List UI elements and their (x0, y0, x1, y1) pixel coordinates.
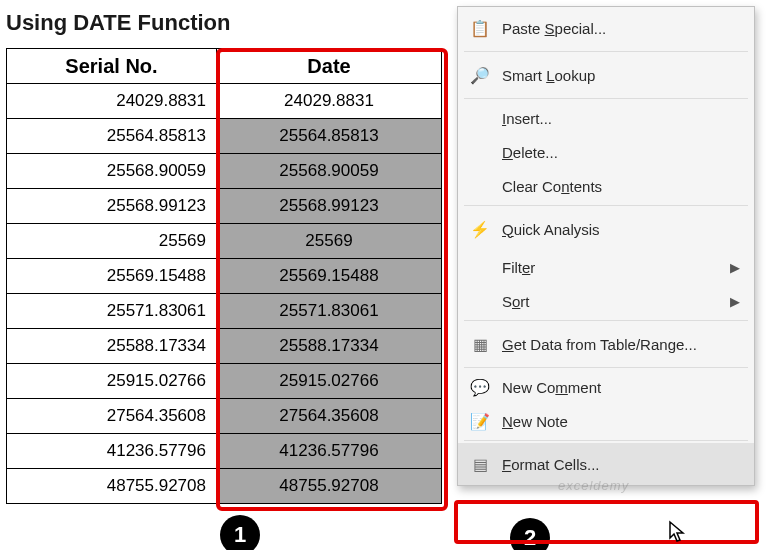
cell-date[interactable]: 41236.57796 (217, 434, 442, 469)
menu-get-data[interactable]: ▦ Get Data from Table/Range... (458, 323, 754, 365)
menu-label: Delete... (502, 144, 558, 161)
cursor-pointer-icon (668, 520, 688, 544)
menu-clear-contents[interactable]: Clear Contents (458, 169, 754, 203)
menu-label: New Comment (502, 379, 601, 396)
menu-separator (464, 51, 748, 52)
header-serial[interactable]: Serial No. (7, 49, 217, 84)
menu-separator (464, 98, 748, 99)
table-row: 25569 25569 (7, 224, 442, 259)
cell-date[interactable]: 25915.02766 (217, 364, 442, 399)
cell-serial[interactable]: 25915.02766 (7, 364, 217, 399)
cell-serial[interactable]: 25564.85813 (7, 119, 217, 154)
table-row: 48755.92708 48755.92708 (7, 469, 442, 504)
cell-date[interactable]: 25569.15488 (217, 259, 442, 294)
cell-serial[interactable]: 24029.8831 (7, 84, 217, 119)
cell-date[interactable]: 25564.85813 (217, 119, 442, 154)
menu-label: Paste Special... (502, 20, 606, 37)
menu-label: Insert... (502, 110, 552, 127)
menu-new-note[interactable]: 📝 New Note (458, 404, 754, 438)
cell-date[interactable]: 24029.8831 (217, 84, 442, 119)
cell-date[interactable]: 25588.17334 (217, 329, 442, 364)
menu-format-cells[interactable]: ▤ Format Cells... (458, 443, 754, 485)
cell-serial[interactable]: 25569.15488 (7, 259, 217, 294)
cell-serial[interactable]: 25568.99123 (7, 189, 217, 224)
table-row: 25571.83061 25571.83061 (7, 294, 442, 329)
comment-icon: 💬 (468, 378, 492, 397)
chevron-right-icon: ▶ (730, 294, 740, 309)
worksheet-table: Serial No. Date 24029.8831 24029.8831 25… (6, 48, 442, 504)
cell-date[interactable]: 25571.83061 (217, 294, 442, 329)
table-row: 25588.17334 25588.17334 (7, 329, 442, 364)
menu-separator (464, 205, 748, 206)
table-row: 25915.02766 25915.02766 (7, 364, 442, 399)
chevron-right-icon: ▶ (730, 260, 740, 275)
step-badge-2: 2 (510, 518, 550, 550)
cell-serial[interactable]: 48755.92708 (7, 469, 217, 504)
menu-sort[interactable]: Sort ▶ (458, 284, 754, 318)
quick-analysis-icon: ⚡ (468, 220, 492, 239)
cell-serial[interactable]: 25588.17334 (7, 329, 217, 364)
menu-separator (464, 440, 748, 441)
cell-serial[interactable]: 27564.35608 (7, 399, 217, 434)
table-row: 24029.8831 24029.8831 (7, 84, 442, 119)
menu-filter[interactable]: Filter ▶ (458, 250, 754, 284)
highlight-format-cells (454, 500, 759, 544)
note-icon: 📝 (468, 412, 492, 431)
menu-label: Smart Lookup (502, 67, 595, 84)
cell-date[interactable]: 25569 (217, 224, 442, 259)
cell-serial[interactable]: 25568.90059 (7, 154, 217, 189)
menu-label: Get Data from Table/Range... (502, 336, 697, 353)
page-title: Using DATE Function (6, 10, 230, 36)
cell-serial[interactable]: 25571.83061 (7, 294, 217, 329)
table-row: 25568.90059 25568.90059 (7, 154, 442, 189)
table-row: 41236.57796 41236.57796 (7, 434, 442, 469)
table-icon: ▦ (468, 335, 492, 354)
menu-insert[interactable]: Insert... (458, 101, 754, 135)
clipboard-icon: 📋 (468, 19, 492, 38)
menu-separator (464, 320, 748, 321)
cell-serial[interactable]: 41236.57796 (7, 434, 217, 469)
menu-label: Sort (502, 293, 530, 310)
step-badge-1: 1 (220, 515, 260, 550)
table-row: 27564.35608 27564.35608 (7, 399, 442, 434)
menu-label: New Note (502, 413, 568, 430)
menu-separator (464, 367, 748, 368)
menu-label: Quick Analysis (502, 221, 600, 238)
menu-label: Filter (502, 259, 535, 276)
table-row: 25564.85813 25564.85813 (7, 119, 442, 154)
table-row: 25569.15488 25569.15488 (7, 259, 442, 294)
search-icon: 🔎 (468, 66, 492, 85)
menu-delete[interactable]: Delete... (458, 135, 754, 169)
header-date[interactable]: Date (217, 49, 442, 84)
menu-label: Format Cells... (502, 456, 600, 473)
cell-date[interactable]: 48755.92708 (217, 469, 442, 504)
format-cells-icon: ▤ (468, 455, 492, 474)
table-row: 25568.99123 25568.99123 (7, 189, 442, 224)
menu-quick-analysis[interactable]: ⚡ Quick Analysis (458, 208, 754, 250)
cell-date[interactable]: 25568.90059 (217, 154, 442, 189)
menu-paste-special[interactable]: 📋 Paste Special... (458, 7, 754, 49)
context-menu: 📋 Paste Special... 🔎 Smart Lookup Insert… (457, 6, 755, 486)
cell-date[interactable]: 25568.99123 (217, 189, 442, 224)
cell-date[interactable]: 27564.35608 (217, 399, 442, 434)
menu-new-comment[interactable]: 💬 New Comment (458, 370, 754, 404)
cell-serial[interactable]: 25569 (7, 224, 217, 259)
menu-smart-lookup[interactable]: 🔎 Smart Lookup (458, 54, 754, 96)
menu-label: Clear Contents (502, 178, 602, 195)
